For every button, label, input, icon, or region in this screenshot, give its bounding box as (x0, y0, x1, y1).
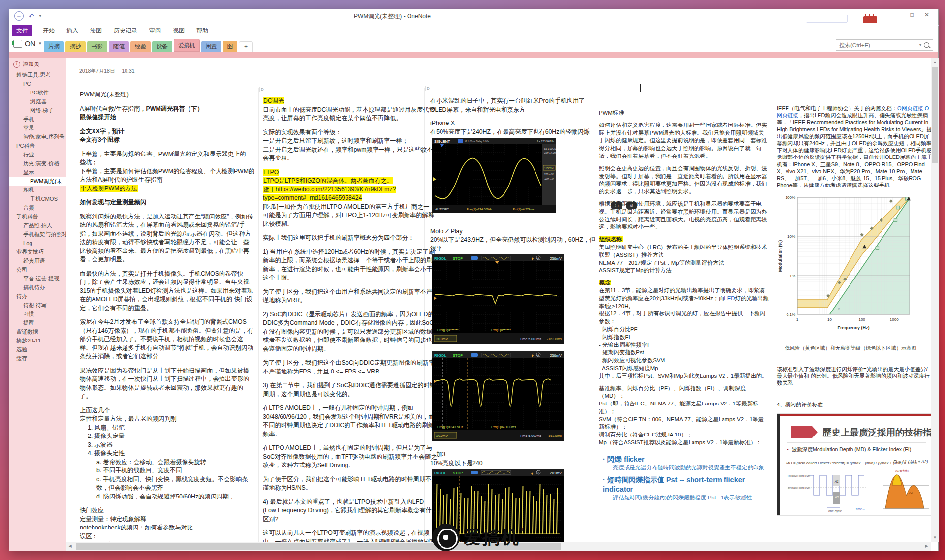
scroll-up-icon[interactable]: ▲ (931, 58, 939, 66)
text-block: DC调光 (263, 97, 438, 106)
ribbon-tabs: 开始插入绘图历史记录审阅视图帮助 (37, 25, 214, 36)
page-list-item[interactable]: 待办---------- (9, 292, 66, 301)
page-list-item[interactable]: 音频 (9, 203, 66, 212)
page-list-item[interactable]: 业界文技巧 (9, 248, 66, 256)
svg-text:Prd(1)=******: Prd(1)=****** (491, 328, 511, 332)
search-icon[interactable] (924, 42, 929, 48)
page-list-item[interactable]: 搞机待办 (9, 283, 66, 292)
ribbon-tab[interactable]: 开始 (37, 25, 61, 36)
page-list-item[interactable]: 摘抄20-11 (9, 336, 66, 345)
page-list-item[interactable]: 产品照.拍人 (9, 221, 66, 230)
page-list-item[interactable]: PWM调光(未 (9, 177, 66, 186)
page-list-item[interactable]: 网络.梯子 (9, 106, 66, 115)
ribbon-tab[interactable]: 绘图 (84, 25, 108, 36)
section-tab[interactable]: 图 (223, 41, 238, 52)
page-list-item[interactable]: 公司 (9, 265, 66, 274)
page-list-item[interactable]: 手机框架与拍照对 (9, 230, 66, 239)
notebook-selector[interactable]: ON ▼ (13, 39, 42, 48)
page-list-item[interactable]: PC (9, 79, 66, 88)
svg-text:time→: time→ (856, 507, 865, 511)
ribbon-tab[interactable]: 审阅 (143, 25, 167, 36)
minimize-button[interactable]: – (890, 10, 905, 21)
note-column-1[interactable]: PWM调光(未整理)A屏时代自救/生存指南，PWM调光科普（下）眼保健操开始全文… (80, 91, 255, 542)
oscilloscope-image-moto-dim[interactable]: RIGOL STOP A 256mV (432, 351, 600, 444)
back-icon[interactable]: ← (14, 11, 24, 21)
page-list-item[interactable]: 相机 (9, 186, 66, 194)
qat-dropdown-icon[interactable]: ▾ (39, 14, 41, 18)
text-block: 照明会在更高更远的位置，而且会有周围物体的光线反射、折射、漫发射等。但对于屏幕，… (599, 165, 769, 196)
maximize-button[interactable]: □ (905, 10, 919, 21)
page-list-item[interactable]: Log (9, 239, 66, 248)
aigaoji-watermark: 爱搞机® (433, 525, 525, 550)
flicker-risk-chart: x11010010000.1%1%10%100%Frequency (Hz)Mo… (777, 193, 919, 341)
search-input[interactable] (836, 42, 918, 48)
vertical-scroll-thumb[interactable] (932, 67, 938, 163)
scroll-right-icon[interactable]: ▶ (922, 542, 931, 551)
scroll-left-icon[interactable]: ◀ (66, 542, 74, 551)
vertical-scrollbar[interactable]: ▲ ▼ (931, 58, 939, 542)
page-list-item[interactable]: 提醒 (9, 318, 66, 327)
text-block (599, 275, 769, 279)
page-list-item[interactable]: 行业 (9, 150, 66, 159)
page-list-item[interactable]: 背诵数据 (9, 327, 66, 336)
scroll-down-icon[interactable]: ▼ (931, 533, 939, 542)
ribbon-tab[interactable]: 帮助 (190, 25, 214, 36)
text-block: 1) 当用户在系统中选择120Hz或者60Hz的时候，其实是决定了刷新率的上限，… (263, 248, 438, 282)
text-block: - 闪烁指数FI (599, 334, 769, 342)
page-list-item[interactable]: 历史.演变.价格 (9, 159, 66, 168)
page-list-item[interactable]: 浏览器 (9, 97, 66, 106)
section-tab[interactable]: 随笔 (109, 41, 129, 52)
text-block: 一是开启之后只留下刷新纹，这时频率和刷新率一样； (263, 137, 438, 146)
section-tab[interactable]: 闲置 (201, 41, 221, 52)
text-block: [吃瓜]一加作为首批使用LTPO AMOLED的第三方手机厂商之一，可能是为了方… (263, 203, 438, 229)
ribbon-tab[interactable]: 插入 (61, 25, 84, 36)
page-list-item[interactable]: 习惯 (9, 310, 66, 318)
note-column-3[interactable]: 在小米混乱的日子中，其实有一台叫红米Pro的手机也用了OLED屏幕，来自和辉光电… (430, 97, 600, 542)
text-block: 基准频率、闪烁百分比（PF）、闪烁指数（FI）、调制深度（MD）； (599, 385, 769, 401)
section-tab[interactable]: 摘抄 (65, 41, 86, 52)
section-tab[interactable]: 设备 (152, 41, 172, 52)
page-list-item[interactable]: 手机CMOS (9, 194, 66, 203)
text-block: 全文XX字，预计 (80, 127, 255, 136)
page-list-item[interactable]: 智能.家电.序列号 (9, 132, 66, 141)
text-block: 亮度或是光譜分布隨時間波動的光源對視覺產生不穩定的印象 (599, 464, 769, 472)
oscilloscope-image-iphonex[interactable]: SIGLENT M 1.00ms Delay:0.00s f = 233.948… (432, 138, 600, 216)
undo-icon[interactable]: ↶ (29, 12, 34, 20)
ribbon-tab[interactable]: 视图 (167, 25, 190, 36)
chevron-down-icon: ▼ (38, 41, 42, 46)
note-column-4[interactable]: PWM标准如何评估和定义危害程度，这需要用到一些国家或者国际标准。但实际上并没有… (599, 109, 769, 501)
page-list-item[interactable]: 手机 (9, 115, 66, 124)
page-list-item[interactable]: 选题 (9, 345, 66, 354)
section-tab[interactable]: 片摘 (44, 41, 64, 52)
close-button[interactable]: ✕ (919, 10, 934, 21)
new-section-button[interactable]: + (239, 41, 253, 52)
search-box[interactable]: ▾ (836, 39, 933, 51)
file-tab[interactable]: 文件 (12, 25, 32, 36)
page-list-item[interactable]: 显示 (9, 168, 66, 177)
ribbon-tab[interactable]: 历史记录 (108, 25, 143, 36)
page-canvas[interactable]: 2018年7月18日10:31 D D PWM调光(未整理)A屏时代自救/生存指… (66, 58, 931, 542)
page-list-item[interactable]: 待想.待写 (9, 301, 66, 310)
page-list-item[interactable]: 超链工具.思考 (9, 70, 66, 79)
oscilloscope-image-moto-full[interactable]: RIGOL STOP A 256mV (432, 254, 600, 347)
page-list-item[interactable]: 手机科普 (9, 212, 66, 221)
slide-image-flicker-metrics[interactable]: 歷史上最廣泛採用的技術指標 • 波動深度Modulation Depth (MD… (777, 413, 931, 516)
text-block: 評估短時間(幾分鐘内)的閃爍嚴酷程度 Pst =1表示敏感性 (599, 494, 769, 502)
note-column-5[interactable]: IEEE（电气和电子工程师协会）关于的两篇文档：O网页链接 O网页链接，指出LE… (777, 105, 931, 516)
search-scope-dropdown-icon[interactable]: ▾ (918, 43, 923, 47)
page-list-item[interactable]: 经典用语 (9, 256, 66, 265)
section-tab[interactable]: 爱搞机 (174, 39, 200, 52)
page-list-item[interactable]: 平台.运营.提现 (9, 274, 66, 283)
text-block (263, 123, 438, 128)
add-page-button[interactable]: + 添加页 (9, 58, 66, 70)
page-list-item[interactable]: 苹果 (9, 124, 66, 132)
page-list-item[interactable]: 缓存 (9, 354, 66, 363)
text-block: notebookcheck的频闪：如何看参数与对比 (80, 524, 255, 532)
svg-text:•: • (787, 446, 789, 452)
page-list-item[interactable]: PC软件 (9, 88, 66, 97)
note-column-2[interactable]: DC调光目前市面上的低亮度DC调光功能，基本原理都是通过用灰度代替亮度，让屏幕的… (263, 97, 438, 542)
title-bar: ← ↶ ▾ PWM调光(未整理) - OneNote – □ ✕ (9, 9, 938, 23)
section-tab[interactable]: 经验 (130, 41, 151, 52)
page-list-item[interactable]: PC科普 (9, 141, 66, 150)
section-tab[interactable]: 书影 (87, 41, 107, 52)
